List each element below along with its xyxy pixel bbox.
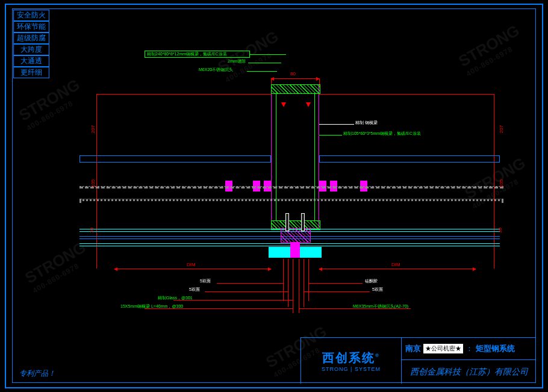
company-name: 西创金属科技（江苏）有限公司 (402, 360, 536, 384)
leader (250, 54, 286, 55)
pane-line (79, 243, 500, 244)
annotation: 精制105*60*3*5mm钢横梁，氟碳/EC涂装 (343, 131, 421, 136)
tag-item: 超级防腐 (13, 33, 49, 44)
leader (304, 259, 304, 307)
tag-item: 环保节能 (13, 21, 49, 33)
annotation: 精制240*80*8*12mm钢横梁，氟碳/EC涂装 (147, 52, 227, 57)
brand-cell: 西创系统® STRONG | SYSTEM (301, 338, 402, 384)
brand-name: 西创系统® (322, 350, 380, 366)
leader (217, 283, 283, 284)
leader (205, 291, 288, 292)
patent-notice: 专利产品！ (19, 369, 55, 379)
system-name: 矩型钢系统 (476, 343, 515, 354)
flange-top (271, 84, 320, 94)
leader (283, 259, 284, 301)
leader (299, 259, 299, 313)
annotation: 精制 钢横梁 (355, 120, 378, 125)
leader (308, 283, 363, 284)
leader (319, 135, 342, 135)
arrow-down-icon (281, 102, 286, 107)
tag-item: 安全防火 (13, 10, 49, 21)
title-block: 西创系统® STRONG | SYSTEM 南京 ★公司机密★ ： 矩型钢系统 … (300, 337, 536, 384)
gasket (290, 242, 300, 258)
glass-upper-left (79, 155, 271, 163)
dim-label: 207 (499, 125, 504, 133)
leader (319, 124, 354, 125)
annotation: 5双面 (372, 287, 383, 292)
dim-ext (494, 94, 494, 269)
city-label: 南京 (405, 343, 421, 354)
bolt (301, 213, 305, 231)
leader (293, 259, 293, 313)
annotation: 5双面 (200, 279, 211, 284)
annotation: M6X20不锈钢沉头 (199, 67, 233, 72)
tag-item: 大跨度 (13, 44, 49, 55)
ref-line (79, 199, 503, 201)
leader (247, 71, 277, 72)
dim-label: 105 (90, 179, 96, 187)
web-line (276, 93, 276, 220)
centerline (79, 186, 503, 188)
dim-bot-l (114, 269, 271, 269)
glass-upper-right (319, 155, 500, 163)
annotation: 5双面 (189, 287, 200, 292)
annotation: 15X5mm钢横梁 L=40mm，@300 (120, 304, 183, 309)
leader (304, 291, 370, 292)
colon: ： (465, 343, 473, 354)
pane-line (79, 246, 500, 246)
ext-line (96, 94, 271, 95)
dim-label: DIM (391, 262, 400, 267)
mullion (271, 84, 319, 229)
dim-80 (271, 78, 319, 79)
leader (308, 259, 309, 301)
dim-label: 105 (499, 179, 504, 187)
arrow-down-icon (306, 102, 311, 107)
annotation: M6X35mm不锈钢沉头(A2-70) (353, 304, 408, 309)
ext-line (319, 94, 494, 95)
web-line (314, 93, 315, 220)
annotation: 精制Glass，@301 (158, 296, 193, 300)
annotation: 2mm缝隙 (228, 59, 246, 64)
dim-80-label: 80 (290, 71, 296, 76)
dim-bot-r (319, 269, 476, 269)
annotation: 硅酮胶 (365, 279, 378, 284)
dim-ext (96, 94, 97, 269)
confidential-badge: ★公司机密★ (423, 344, 463, 353)
bolt (285, 213, 289, 231)
dim-label: DIM (187, 262, 196, 267)
cad-drawing: 80 精制240*80*8*12mm钢横梁，氟碳/EC涂装 2mm缝隙 M6X2… (18, 60, 530, 313)
dim-label: 30 (89, 228, 95, 233)
title-row: 南京 ★公司机密★ ： 矩型钢系统 (402, 338, 536, 360)
dim-label: 30 (497, 228, 503, 233)
dim-label: 207 (90, 125, 96, 133)
brand-sub: STRONG | SYSTEM (322, 366, 381, 372)
leader (248, 63, 281, 63)
